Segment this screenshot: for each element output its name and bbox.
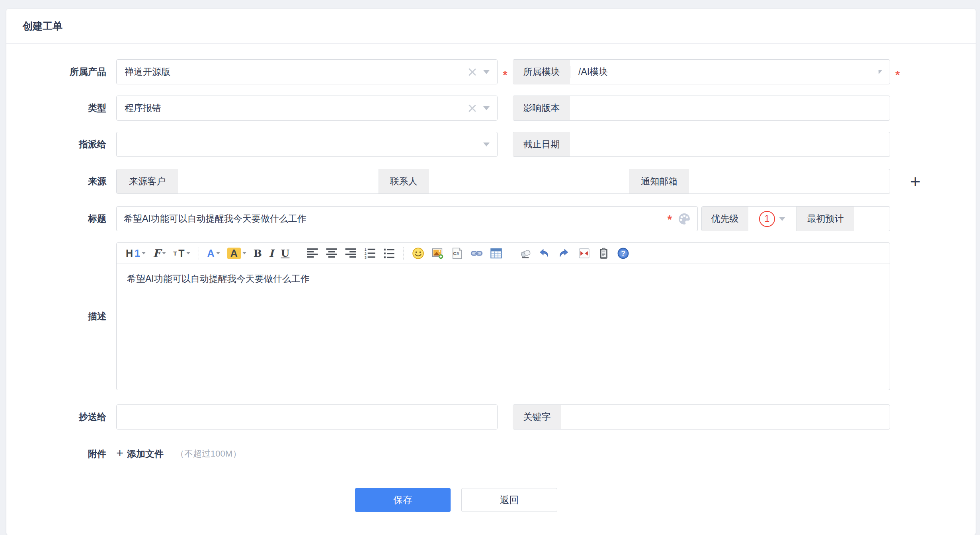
insert-image-button[interactable] [428,244,447,262]
type-picker[interactable]: 程序报错 [116,96,498,121]
row-product-module: 所属产品 禅道开源版 * 所属模块 /AI模块 * [6,59,976,84]
align-right-button[interactable] [341,244,360,262]
product-picker[interactable]: 禅道开源版 [116,59,498,84]
notify-email-input[interactable] [689,169,890,193]
unordered-list-button[interactable] [379,244,398,262]
add-source-row-button[interactable]: + [910,172,921,191]
help-icon: ? [617,247,629,260]
highlight-color-button[interactable]: A [224,244,250,262]
keywords-addon-label: 关键字 [513,405,561,429]
cc-field[interactable] [116,404,498,430]
chevron-down-icon [779,217,785,221]
text-color-button[interactable]: A [204,244,224,262]
undo-icon [539,247,551,260]
heading-button[interactable]: H1 [122,244,149,262]
contact-input[interactable] [429,169,629,193]
underline-icon: U [281,248,290,258]
font-size-small-glyph: T [173,250,177,256]
required-asterisk: * [503,69,507,81]
insert-code-icon: C# [451,247,463,260]
source-group: 来源客户 联系人 通知邮箱 [116,169,890,194]
palette-icon[interactable] [677,212,691,226]
priority-estimate-group: 优先级 1 最初预计 [701,206,890,231]
back-button[interactable]: 返回 [461,488,557,512]
toolbar-divider [403,247,404,260]
unordered-list-icon [383,247,395,259]
module-value: /AI模块 [570,66,878,78]
undo-button[interactable] [535,244,555,262]
paste-clipboard-button[interactable] [594,244,613,262]
row-source: 来源 来源客户 联系人 通知邮箱 + [6,169,976,194]
row-assign-deadline: 指派给 截止日期 [6,132,976,157]
insert-link-button[interactable] [467,244,486,262]
insert-code-button[interactable]: C# [447,244,467,262]
svg-text:?: ? [621,250,625,258]
align-center-button[interactable] [322,244,341,262]
page-title: 创建工单 [23,20,62,33]
align-left-button[interactable] [303,244,322,262]
source-customer-input[interactable] [178,169,379,193]
priority-badge: 1 [759,211,775,227]
affected-version-input[interactable] [570,96,890,120]
estimate-input[interactable] [854,207,889,231]
source-label: 来源 [6,175,116,187]
priority-picker[interactable]: 1 [748,207,796,231]
clipboard-icon [597,247,610,260]
title-priority-wrap: * 优先级 1 最初预计 [116,206,890,231]
editor-content[interactable]: 希望AI功能可以自动提醒我今天要做什么工作 [117,264,890,390]
svg-text:C#: C# [453,251,459,256]
row-type-version: 类型 程序报错 影响版本 [6,96,976,121]
help-button[interactable]: ? [613,244,633,262]
save-button[interactable]: 保存 [355,488,451,512]
font-size-button[interactable]: TT [170,244,193,262]
attachment-size-limit: （不超过100M） [176,448,241,460]
product-value: 禅道开源版 [117,66,467,78]
text-color-icon: A [207,248,215,258]
insert-table-button[interactable] [486,244,506,262]
toolbar-divider [298,247,298,260]
chevron-down-icon [216,252,220,254]
title-input[interactable] [117,207,668,231]
remove-format-button[interactable] [516,244,535,262]
keywords-input[interactable] [561,405,890,429]
redo-button[interactable] [555,244,574,262]
underline-button[interactable]: U [277,244,293,262]
keywords-group: 关键字 [513,404,890,430]
create-ticket-card: 创建工单 所属产品 禅道开源版 * 所属模块 /AI模块 * 类型 程序报错 [6,9,976,535]
contact-addon-label: 联系人 [379,169,429,193]
bold-button[interactable]: B [250,244,265,262]
module-picker[interactable]: 所属模块 /AI模块 [513,59,890,84]
chevron-down-icon [483,106,490,110]
italic-button[interactable]: I [265,244,277,262]
chevron-down-icon [878,70,882,74]
chevron-down-icon [162,252,166,254]
title-label: 标题 [6,213,116,225]
form-actions: 保存 返回 [6,488,976,512]
row-title-priority: 标题 * 优先级 1 [6,206,976,231]
ordered-list-button[interactable]: 1 2 3 [360,244,379,262]
row-attachment: 附件 + 添加文件 （不超过100M） [6,447,976,461]
add-file-label: 添加文件 [127,448,164,460]
assigned-to-picker[interactable] [116,132,498,157]
clear-icon[interactable] [467,103,477,113]
emoji-button[interactable] [408,244,428,262]
chevron-down-icon [483,70,490,74]
cc-input[interactable] [117,405,497,429]
source-customer-addon-label: 来源客户 [117,169,178,193]
redo-icon [558,247,571,260]
emoji-icon [412,247,424,260]
deadline-input[interactable] [570,132,890,156]
clear-icon[interactable] [467,67,477,77]
heading-level-glyph: 1 [135,248,140,258]
product-label: 所属产品 [6,66,116,78]
add-file-button[interactable]: + 添加文件 [116,447,164,461]
estimate-addon-label: 最初预计 [796,207,854,231]
font-family-button[interactable]: F [149,244,170,262]
cc-label: 抄送给 [6,411,116,423]
align-right-icon [345,247,357,259]
affected-version-group: 影响版本 [513,96,890,121]
affected-version-addon-label: 影响版本 [513,96,570,120]
chevron-down-icon [483,143,490,146]
resize-editor-button[interactable] [574,244,594,262]
description-label: 描述 [6,310,116,322]
